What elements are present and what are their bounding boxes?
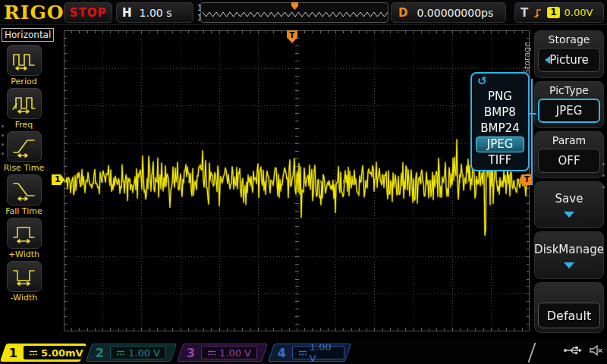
storage-label: Storage xyxy=(535,31,603,46)
storage-type-button[interactable]: Picture xyxy=(538,48,600,72)
channel-1-scale: 5.00mV xyxy=(41,347,83,359)
usb-icon xyxy=(563,344,583,356)
popup-connector xyxy=(529,113,536,115)
oscilloscope-screen: RIGOL STOP H 1.00 s 1.00MSa/s 12.0M pts … xyxy=(0,0,607,364)
channel-1-tab[interactable]: 1 5.00mV B xyxy=(0,344,86,362)
speaker-muted-icon xyxy=(589,344,604,356)
default-button[interactable]: Default xyxy=(538,303,600,328)
timebase-box[interactable]: H 1.00 s xyxy=(116,2,193,23)
pictype-button[interactable]: JPEG xyxy=(538,99,600,123)
trigger-source-badge: 1 xyxy=(547,7,559,18)
option-jpeg[interactable]: JPEG xyxy=(476,136,524,152)
menu-item-fall-time[interactable]: Fall Time xyxy=(0,174,48,216)
run-state-button[interactable]: STOP xyxy=(64,2,112,23)
minus-width-icon xyxy=(11,266,37,287)
channel-2-scale: 1.00 V xyxy=(128,347,160,359)
timebase-value: 1.00 s xyxy=(140,7,172,19)
right-menu-page-dots xyxy=(602,163,605,188)
menu-item-rise-time[interactable]: Rise Time xyxy=(0,131,48,173)
pictype-popup: ↺ PNG BMP8 BMP24 JPEG TIFF xyxy=(470,72,530,171)
freq-button[interactable] xyxy=(7,88,42,119)
rise-time-button[interactable] xyxy=(7,131,42,162)
timebase-label: H xyxy=(122,6,132,20)
channel-4-tab[interactable]: 4 1.00 V xyxy=(268,344,351,362)
menu-item-period[interactable]: Period xyxy=(0,45,48,86)
status-icons xyxy=(563,344,604,356)
delay-label: D xyxy=(398,6,407,20)
delay-box[interactable]: D 0.00000000ps xyxy=(391,2,506,23)
coupling-icon xyxy=(29,350,38,356)
pictype-group: PicType JPEG xyxy=(534,81,604,128)
rise-time-icon xyxy=(11,136,37,158)
channel-2-tab[interactable]: 2 1.00 V xyxy=(86,344,177,362)
fall-time-button[interactable] xyxy=(7,174,42,206)
trigger-label: T xyxy=(521,6,528,20)
top-bar: RIGOL STOP H 1.00 s 1.00MSa/s 12.0M pts … xyxy=(0,0,607,25)
pictype-options: PNG BMP8 BMP24 JPEG TIFF xyxy=(472,89,528,168)
left-menu-title: Horizontal xyxy=(2,28,54,42)
param-button[interactable]: OFF xyxy=(538,149,600,173)
option-tiff[interactable]: TIFF xyxy=(476,152,524,168)
save-button[interactable]: Save xyxy=(534,181,604,228)
param-group: Param OFF xyxy=(534,131,604,178)
down-arrow-icon xyxy=(564,262,574,268)
fall-time-icon xyxy=(11,180,37,201)
coupling-icon xyxy=(116,350,125,356)
cycle-icon: ↺ xyxy=(472,75,528,89)
menu-item-freq[interactable]: Freq xyxy=(0,88,48,130)
trigger-level-value: 0.00V xyxy=(565,7,593,18)
graticule-canvas[interactable] xyxy=(64,30,530,331)
trigger-box[interactable]: T 1 0.00V xyxy=(514,2,604,23)
storage-group: Storage Picture xyxy=(534,30,604,78)
option-bmp24[interactable]: BMP24 xyxy=(476,121,524,136)
option-bmp8[interactable]: BMP8 xyxy=(476,105,524,121)
period-icon xyxy=(11,50,37,71)
plus-width-button[interactable] xyxy=(7,218,42,249)
coupling-icon xyxy=(207,350,216,356)
param-label: Param xyxy=(535,132,603,146)
delay-value: 0.00000000ps xyxy=(417,7,493,19)
channel-4-scale: 1.00 V xyxy=(310,344,338,362)
default-group: Default xyxy=(534,282,604,333)
plus-width-icon xyxy=(11,223,37,244)
bottom-bar: 1 5.00mV B 2 1.00 V 3 xyxy=(0,341,607,364)
freq-icon xyxy=(11,93,37,115)
diskmanage-button[interactable]: DiskManage xyxy=(534,231,604,279)
period-button[interactable] xyxy=(7,45,42,76)
pictype-label: PicType xyxy=(535,82,603,96)
minus-width-button[interactable] xyxy=(7,261,42,292)
menu-item-minus-width[interactable]: -Width xyxy=(0,261,48,303)
channel-1-offset-marker[interactable]: 1 xyxy=(52,174,64,185)
left-arrow-icon xyxy=(545,56,550,64)
trigger-edge-icon xyxy=(533,7,543,19)
channel-3-tab[interactable]: 3 1.00 V xyxy=(177,344,268,362)
popup-connector-line xyxy=(531,79,533,185)
option-png[interactable]: PNG xyxy=(476,89,524,105)
waveform-preview-strip[interactable] xyxy=(200,2,388,23)
left-menu: Horizontal Period Freq xyxy=(0,26,48,340)
channel-3-scale: 1.00 V xyxy=(219,347,251,359)
left-menu-page-dots xyxy=(2,125,4,155)
down-arrow-icon xyxy=(564,212,574,218)
coupling-icon xyxy=(298,350,307,356)
menu-item-plus-width[interactable]: +Width xyxy=(0,218,48,259)
